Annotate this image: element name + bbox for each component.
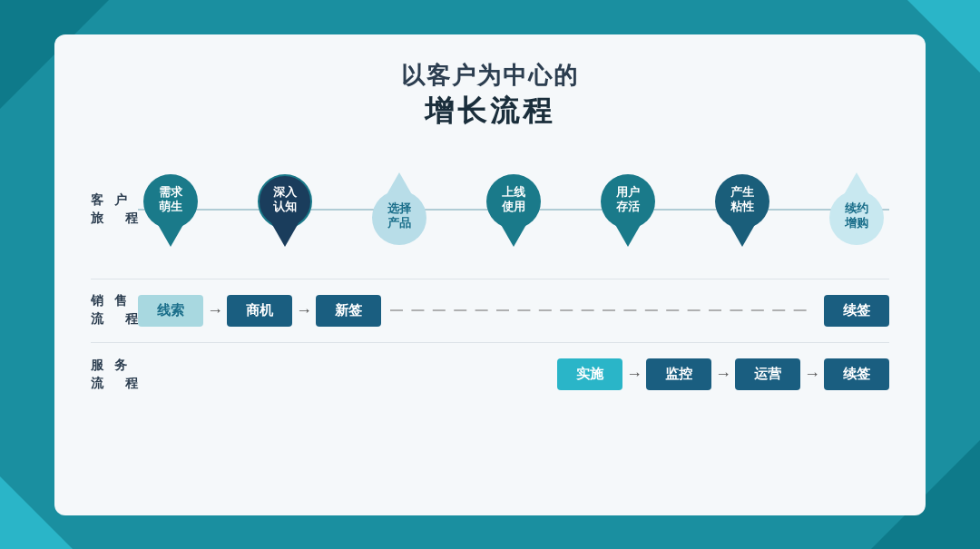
sales-node-4: 续签: [824, 295, 889, 327]
svg-marker-1: [156, 221, 185, 247]
journey-node-4: 上线使用: [481, 172, 546, 247]
service-node-1: 实施: [557, 358, 622, 390]
arrow-1: →: [207, 301, 223, 320]
journey-nodes: 需求萌生 深入认知: [138, 163, 889, 256]
service-node-3: 运营: [735, 358, 800, 390]
journey-node-2: 深入认知: [252, 172, 318, 247]
service-node-2: 监控: [646, 358, 711, 390]
svg-marker-3: [270, 221, 299, 247]
service-nodes: 实施 → 监控 → 运营 → 续签: [138, 358, 889, 390]
title-line1: 以客户为中心的: [91, 60, 889, 92]
content-area: 客户 旅程 需求萌生: [91, 148, 889, 494]
journey-node-3: 选择产品: [367, 172, 432, 247]
journey-node-1: 需求萌生: [138, 172, 203, 247]
svg-marker-7: [499, 221, 528, 247]
service-label: 服务 流程: [91, 357, 138, 392]
journey-label: 客户 旅程: [91, 191, 138, 227]
main-card: 以客户为中心的 增长流程 客户 旅程 需求: [54, 34, 926, 515]
service-arrow-1: →: [626, 365, 642, 384]
journey-node-7: 续约增购: [824, 172, 889, 247]
sales-node-3: 新签: [316, 295, 381, 327]
sales-row: 销售 流程 线索 → 商机 → 新签 续签: [91, 279, 889, 343]
svg-marker-9: [613, 221, 642, 247]
service-node-4: 续签: [824, 358, 889, 390]
sales-label: 销售 流程: [91, 292, 138, 328]
service-arrow-2: →: [715, 365, 731, 384]
title-line2: 增长流程: [91, 92, 889, 132]
arrow-3: [385, 309, 820, 311]
sales-node-1: 线索: [138, 295, 203, 327]
journey-node-6: 产生粘性: [710, 172, 775, 247]
sales-nodes: 线索 → 商机 → 新签 续签: [138, 295, 889, 327]
journey-row: 客户 旅程 需求萌生: [91, 148, 889, 279]
svg-marker-11: [728, 221, 757, 247]
sales-node-2: 商机: [227, 295, 292, 327]
title-area: 以客户为中心的 增长流程: [91, 60, 889, 132]
journey-node-5: 用户存活: [595, 172, 661, 247]
service-row: 服务 流程 实施 → 监控 → 运营 → 续签: [91, 343, 889, 407]
service-arrow-3: →: [804, 365, 820, 384]
arrow-2: →: [296, 301, 312, 320]
